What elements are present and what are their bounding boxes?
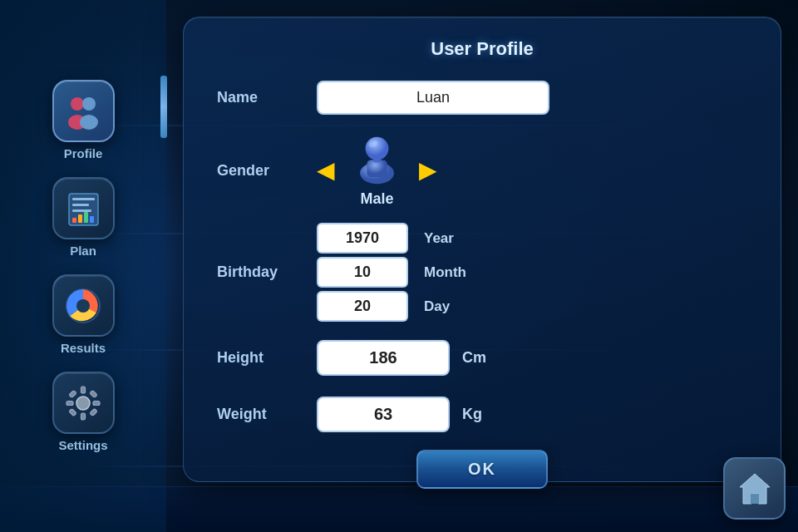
gender-left-arrow[interactable]: ◀ (317, 159, 335, 182)
birthday-label: Birthday (217, 264, 317, 281)
gender-avatar (350, 133, 404, 187)
gender-label: Gender (217, 162, 317, 180)
svg-rect-7 (72, 209, 91, 212)
gender-row: Gender ◀ (217, 133, 747, 208)
panel-title: User Profile (217, 38, 747, 60)
svg-rect-22 (90, 408, 97, 416)
svg-rect-10 (84, 212, 88, 223)
svg-rect-16 (81, 413, 86, 420)
results-icon-box (52, 274, 115, 337)
birthday-day-input[interactable] (317, 291, 408, 322)
name-input[interactable] (317, 81, 549, 115)
main-panel: User Profile Name Gender ◀ (183, 17, 781, 482)
height-input-container: Cm (317, 340, 747, 376)
name-row: Name (217, 76, 747, 118)
plan-svg-icon (65, 190, 102, 227)
svg-rect-21 (69, 408, 76, 416)
svg-rect-15 (81, 387, 86, 393)
svg-point-3 (80, 115, 98, 130)
height-unit: Cm (462, 349, 486, 367)
weight-input[interactable] (317, 397, 450, 432)
svg-rect-18 (93, 401, 100, 405)
sidebar-settings-label: Settings (58, 438, 107, 452)
svg-rect-11 (90, 216, 94, 223)
gender-right-arrow[interactable]: ▶ (419, 159, 437, 182)
home-button[interactable] (723, 457, 786, 520)
birthday-month-input[interactable] (317, 257, 408, 288)
svg-point-1 (82, 97, 96, 111)
svg-point-0 (71, 97, 84, 111)
ok-button[interactable]: OK (416, 450, 548, 489)
height-input[interactable] (317, 340, 450, 376)
svg-rect-19 (69, 390, 76, 397)
sidebar-item-plan[interactable]: Plan (12, 173, 154, 262)
home-icon (736, 470, 773, 507)
height-label: Height (217, 349, 317, 367)
birthday-year-input[interactable] (317, 223, 408, 254)
birthday-grid: Year Month Day (317, 223, 747, 322)
height-container: Cm (317, 340, 747, 376)
height-row: Height Cm (217, 337, 747, 378)
weight-input-container: Kg (317, 397, 747, 432)
svg-rect-9 (78, 214, 82, 223)
svg-rect-24 (367, 160, 387, 177)
svg-rect-6 (72, 204, 89, 206)
name-field-container (317, 81, 747, 115)
settings-icon-box (52, 372, 115, 434)
birthday-container: Year Month Day (317, 223, 747, 322)
birthday-year-unit: Year (411, 230, 747, 247)
svg-rect-8 (72, 218, 76, 223)
weight-container: Kg (317, 397, 747, 432)
plan-icon-box (52, 177, 115, 239)
sidebar: Profile Plan (0, 0, 166, 532)
svg-rect-29 (751, 494, 759, 504)
sidebar-item-settings[interactable]: Settings (12, 367, 154, 456)
svg-rect-20 (90, 390, 97, 397)
gender-container: ◀ (317, 133, 747, 208)
svg-point-14 (76, 397, 90, 410)
birthday-row: Birthday Year Month Day (217, 223, 747, 322)
svg-point-13 (76, 299, 90, 313)
gender-value: Male (360, 190, 393, 208)
weight-label: Weight (217, 406, 317, 423)
profile-svg-icon (62, 91, 104, 132)
weight-unit: Kg (462, 406, 482, 423)
sidebar-item-results[interactable]: Results (12, 270, 154, 359)
weight-row: Weight Kg (217, 393, 747, 435)
svg-rect-17 (66, 401, 73, 405)
sidebar-plan-label: Plan (70, 244, 96, 258)
sidebar-profile-label: Profile (64, 146, 103, 160)
results-svg-icon (63, 286, 103, 326)
profile-icon-box (52, 80, 115, 142)
svg-rect-5 (72, 198, 95, 200)
sidebar-item-profile[interactable]: Profile (12, 76, 154, 165)
settings-svg-icon (63, 383, 103, 423)
sidebar-results-label: Results (61, 341, 106, 355)
name-label: Name (217, 89, 317, 106)
birthday-day-unit: Day (411, 298, 747, 315)
birthday-month-unit: Month (411, 264, 747, 281)
svg-point-26 (366, 137, 389, 160)
